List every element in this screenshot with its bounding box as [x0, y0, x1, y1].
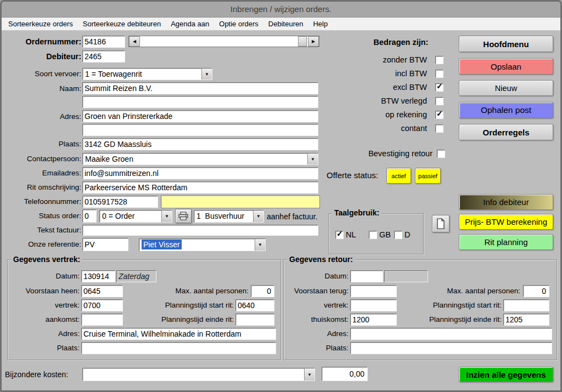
taal-gb-checkbox[interactable] — [369, 231, 377, 239]
chevron-down-icon[interactable]: ▼ — [253, 211, 263, 222]
gegevens-vertrek-title: Gegevens vertrek: — [11, 255, 82, 264]
voorstaan-heen-label: Voorstaan heen: — [7, 285, 80, 297]
vertrek-adres-input[interactable] — [81, 328, 276, 340]
retour-max-personen-input[interactable] — [523, 285, 549, 297]
btw-verlegd-checkbox[interactable] — [435, 97, 443, 105]
excl-btw-checkbox[interactable] — [435, 83, 443, 92]
voorstaan-heen-input[interactable] — [81, 285, 123, 297]
retour-planning-start-input[interactable] — [503, 299, 549, 311]
telefoonnummer-label: Telefoonnummer: — [4, 196, 81, 208]
bevestiging-retour-label: Bevestiging retour — [331, 147, 432, 160]
vertrek-max-personen-input[interactable] — [251, 285, 274, 297]
vertrek-datum-input[interactable] — [81, 270, 115, 282]
retour-datum-label: Datum: — [287, 270, 349, 282]
incl-btw-checkbox[interactable] — [435, 70, 443, 78]
new-document-button[interactable] — [432, 215, 449, 232]
contant-checkbox[interactable] — [435, 124, 443, 133]
vertrek-planning-start-input[interactable] — [235, 299, 274, 311]
chevron-down-icon[interactable]: ▼ — [161, 211, 172, 222]
order-scrollbar[interactable]: ◀ ▶ — [128, 36, 319, 47]
offerte-actief-button[interactable]: actief — [386, 168, 411, 184]
telefoonnummer-input[interactable] — [82, 196, 158, 208]
opslaan-button[interactable]: Opslaan — [459, 58, 553, 75]
vertrek-vertrek-input[interactable] — [81, 299, 123, 311]
chevron-down-icon[interactable]: ▼ — [307, 154, 318, 164]
adres-input-2[interactable] — [82, 124, 318, 136]
inzien-alle-gegevens-button[interactable]: Inzien alle gegevens — [459, 367, 553, 382]
chevron-down-icon[interactable]: ▼ — [201, 69, 212, 79]
status-order-select[interactable]: 0 = Order ▼ — [99, 210, 172, 223]
orderregels-button[interactable]: Orderregels — [459, 124, 553, 140]
bijzondere-kosten-select[interactable]: ▼ — [82, 368, 315, 381]
vertrek-dag-field — [116, 270, 156, 282]
retour-planning-start-label: Planningstijd start rit: — [420, 299, 502, 311]
retour-plaats-input[interactable] — [350, 342, 552, 354]
incl-btw-label: incl BTW — [331, 67, 427, 79]
retour-dag-field — [384, 270, 428, 282]
nieuw-button[interactable]: Nieuw — [459, 80, 553, 96]
hoofdmenu-button[interactable]: Hoofdmenu — [459, 36, 553, 52]
retour-plaats-label: Plaats: — [282, 342, 349, 354]
menu-agenda-aan[interactable]: Agenda aan — [166, 18, 214, 30]
soort-vervoer-select[interactable]: 1 = Toerwagenrit ▼ — [82, 68, 212, 80]
emailadres-input[interactable] — [82, 167, 318, 179]
naam-input-2[interactable] — [82, 96, 318, 108]
op-rekening-checkbox[interactable] — [435, 111, 443, 119]
retour-adres-input[interactable] — [350, 328, 552, 340]
retour-max-personen-label: Max. aantal personen: — [435, 285, 520, 297]
retour-datum-input[interactable] — [350, 270, 383, 282]
bevestiging-retour-checkbox[interactable] — [437, 150, 445, 158]
thuiskomst-input[interactable] — [350, 314, 397, 326]
naam-label: Naam: — [4, 83, 81, 95]
telefoon-extra-field[interactable] — [161, 195, 320, 208]
aanhef-select[interactable]: 1 Busverhuur ▼ — [194, 210, 264, 223]
naam-input[interactable] — [82, 82, 318, 94]
status-code-input[interactable] — [82, 209, 97, 223]
chevron-down-icon[interactable]: ▼ — [255, 239, 265, 251]
adres-input[interactable] — [82, 110, 318, 122]
taal-d-checkbox[interactable] — [394, 231, 402, 239]
aankomst-input[interactable] — [81, 314, 123, 326]
scrollbar-thumb[interactable] — [298, 36, 307, 47]
print-button[interactable] — [175, 209, 192, 223]
onze-referentie-input[interactable] — [82, 238, 128, 251]
info-debiteur-button[interactable]: Info debiteur — [459, 194, 553, 210]
tekst-factuur-input[interactable] — [82, 225, 318, 236]
contactpersoon-label: Contactpersoon: — [4, 153, 81, 165]
taal-d-label: D — [404, 229, 418, 241]
retour-planning-einde-label: Planningstijd einde rit: — [420, 314, 502, 326]
contactpersoon-select[interactable]: Maaike Groen ▼ — [82, 153, 318, 165]
vertrek-planning-einde-input[interactable] — [235, 314, 274, 326]
vertrek-plaats-input[interactable] — [81, 342, 276, 354]
op-rekening-label: op rekening — [331, 109, 427, 121]
ophalen-post-button[interactable]: Ophalen post — [459, 102, 553, 118]
referentie-select[interactable]: Piet Visser ▼ — [139, 238, 266, 251]
menu-optie-orders[interactable]: Optie orders — [214, 18, 263, 30]
offerte-status-label: Offerte status: — [327, 169, 387, 181]
taal-nl-checkbox[interactable] — [335, 231, 344, 239]
rit-planning-button[interactable]: Rit planning — [459, 234, 553, 250]
zonder-btw-checkbox[interactable] — [435, 56, 443, 64]
ordernummer-input[interactable] — [82, 36, 125, 48]
menu-debiteuren[interactable]: Debiteuren — [263, 18, 308, 30]
scrollbar-track[interactable] — [140, 36, 308, 47]
ordernummer-label: Ordernummer: — [4, 36, 81, 48]
menu-sorteerkeuze-debiteuren[interactable]: Sorteerkeuze debiteuren — [78, 18, 166, 30]
arrow-right-icon[interactable]: ▶ — [308, 36, 319, 47]
rit-omschrijving-input[interactable] — [82, 181, 318, 194]
contant-label: contant — [331, 122, 427, 134]
retour-vertrek-input[interactable] — [350, 299, 397, 311]
prijs-btw-berekening-button[interactable]: Prijs- BTW berekening — [459, 214, 553, 230]
chevron-down-icon[interactable]: ▼ — [304, 368, 314, 380]
retour-planning-einde-input[interactable] — [503, 314, 549, 326]
debiteur-input[interactable] — [82, 50, 125, 63]
voorstaan-terug-input[interactable] — [350, 285, 397, 297]
menu-help[interactable]: Help — [308, 18, 333, 30]
arrow-left-icon[interactable]: ◀ — [129, 36, 140, 47]
offerte-passief-button[interactable]: passief — [415, 168, 441, 184]
plaats-input[interactable] — [82, 138, 318, 150]
thuiskomst-label: thuiskomst: — [282, 314, 349, 326]
bedrag-input[interactable] — [322, 367, 368, 381]
printer-icon — [178, 212, 188, 220]
menu-sorteerkeuze-orders[interactable]: Sorteerkeuze orders — [3, 18, 78, 30]
